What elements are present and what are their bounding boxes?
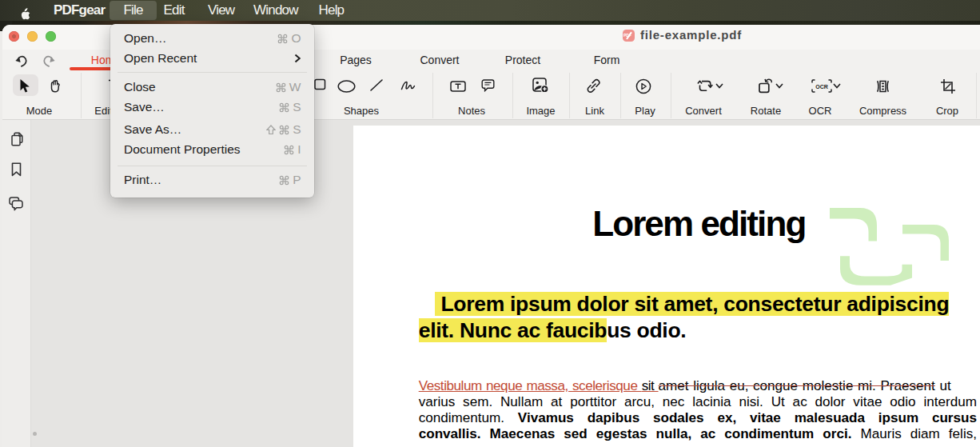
svg-text:OCR: OCR xyxy=(815,84,828,90)
